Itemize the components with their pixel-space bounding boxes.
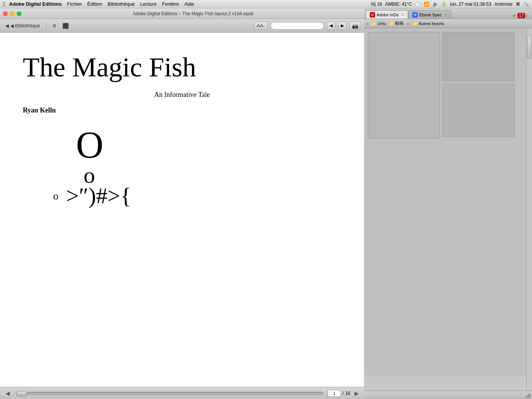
bottom-prev-icon: ◀ — [6, 390, 10, 396]
bookmark-folder-icon: 📁 — [412, 21, 418, 26]
book-page: The Magic Fish An Informative Tale Ryan … — [0, 33, 364, 387]
camera-icon: 📷 — [352, 23, 358, 29]
prev-page-button[interactable]: ◀ — [327, 22, 335, 30]
book-subtitle: An Informative Tale — [23, 91, 341, 99]
bookmarks-chevron: » — [366, 21, 369, 26]
menubar-right: N| 16 AMBIE: 41°C 🕐 📶 🔊 🔋 lun. 27 mai 01… — [371, 2, 529, 7]
browser-panel: Ai Adobe InDe × W Ebook Spec × ★ 17 ≡ » … — [364, 8, 532, 399]
page-number-input[interactable] — [328, 390, 341, 397]
menu-app-name[interactable]: Adobe Digital Editions — [9, 1, 62, 7]
bookmark-univ[interactable]: 📁 Univ. — [371, 21, 386, 26]
menu-icon[interactable]: ≡ — [526, 13, 529, 19]
browser-scrollbar[interactable] — [526, 28, 532, 391]
browser-toolbar-icons: ★ 17 ≡ — [512, 13, 530, 19]
book-author: Ryan Kelln — [23, 106, 341, 114]
fish-row: o >″)#>{ — [53, 183, 341, 209]
main-layout: Adobe Digital Editions – The Magic Fish … — [0, 8, 532, 399]
page-indicator: / 16 — [328, 390, 350, 397]
bookmark-video[interactable]: 📁 動画 — [389, 21, 404, 26]
star-icon[interactable]: ★ — [512, 13, 517, 19]
browser-tab-ebook[interactable]: W Ebook Spec × — [408, 10, 451, 19]
back-to-library-button[interactable]: ◀ ◀ Bibliothèque — [4, 22, 41, 29]
temperature: AMBIE: 41°C — [385, 2, 412, 7]
menu-fichier[interactable]: Fichier — [67, 1, 82, 7]
bottom-next-icon: ▶ — [355, 390, 359, 396]
bottom-next-button[interactable]: ▶ — [353, 390, 360, 397]
wifi-signal: N| 16 — [371, 2, 382, 7]
thumb-col-left — [368, 32, 440, 372]
scrollbar-thumb[interactable] — [527, 36, 532, 59]
bookmark-univ-label: Univ. — [377, 21, 386, 26]
tab-ebook-close[interactable]: × — [445, 13, 447, 17]
thumbnail-3 — [442, 84, 515, 137]
minimize-button[interactable] — [10, 11, 14, 16]
thumbnail-area — [364, 28, 532, 375]
page-separator: / — [342, 391, 344, 396]
progress-track[interactable] — [16, 392, 323, 395]
browser-content — [364, 28, 532, 391]
title-bar: Adobe Digital Editions – The Magic Fish … — [0, 8, 364, 19]
menu-bibliotheque[interactable]: Bibliothèque — [108, 1, 135, 7]
wifi-icon: 📶 — [424, 2, 429, 7]
prev-arrow-icon: ◀ — [329, 23, 332, 28]
toolbar: ◀ ◀ Bibliothèque ≡ ⬛ AA- ◀ ▶ 📷 — [0, 19, 364, 33]
browser-tabs: Ai Adobe InDe × W Ebook Spec × ★ 17 ≡ — [364, 8, 532, 19]
folder-icon: 📁 — [371, 21, 376, 26]
list-icon: ≡ — [52, 22, 56, 29]
bookmark-autres-label: Autres favoris — [419, 21, 444, 26]
maximize-button[interactable] — [17, 11, 21, 16]
grid-view-button[interactable]: ⬛ — [61, 22, 70, 30]
thumb-col-right — [442, 32, 515, 372]
tab-indesign-close[interactable]: × — [402, 13, 404, 17]
traffic-lights — [3, 11, 21, 16]
back-arrow-icon: ◀ — [5, 23, 9, 28]
volume-icon: 🔊 — [432, 2, 438, 7]
list-view-button[interactable]: ≡ — [51, 22, 57, 30]
bluetooth-icon: ⌘ — [516, 2, 520, 7]
battery-icon: 🔋 — [441, 2, 447, 7]
bottom-navigation-bar: ◀ / 16 ▶ — [0, 387, 364, 399]
close-button[interactable] — [3, 11, 8, 16]
username: Ambrose — [494, 2, 513, 7]
indesign-tab-icon: Ai — [370, 12, 375, 17]
bookmark-video-icon: 📁 — [389, 21, 394, 26]
browser-tab-ebook-label: Ebook Spec — [419, 13, 442, 17]
ade-window: Adobe Digital Editions – The Magic Fish … — [0, 8, 364, 399]
next-page-button[interactable]: ▶ — [338, 22, 347, 30]
search-icon[interactable]: 🔍 — [523, 2, 529, 7]
next-arrow-icon: ▶ — [341, 23, 344, 28]
back-label: ◀ Bibliothèque — [10, 23, 40, 28]
thumbnail-2 — [442, 32, 515, 81]
menu-fenetre[interactable]: Fenêtre — [162, 1, 179, 7]
reload-badge: 17 — [518, 13, 525, 18]
browser-tab-indesign-label: Adobe InDe — [377, 13, 399, 17]
bookmarks-more[interactable]: » — [406, 21, 410, 26]
progress-thumb[interactable] — [16, 391, 27, 396]
menu-aide[interactable]: Aide — [184, 1, 194, 7]
menu-lecture[interactable]: Lecture — [140, 1, 157, 7]
page-total: 16 — [345, 391, 350, 396]
bottom-prev-button[interactable]: ◀ — [4, 390, 11, 397]
apple-menu[interactable]:  — [3, 1, 5, 8]
resize-handle[interactable] — [525, 393, 530, 398]
fish-small-o: o — [53, 190, 59, 202]
browser-tab-indesign[interactable]: Ai Adobe InDe × — [366, 10, 408, 19]
browser-status-bar — [364, 391, 532, 399]
bookmark-autres-favoris[interactable]: 📁 Autres favoris — [412, 21, 444, 26]
fish-large-O: O — [76, 126, 341, 164]
screenshot-button[interactable]: 📷 — [350, 22, 360, 30]
font-label: AA- — [256, 23, 265, 28]
ebook-tab-icon: W — [412, 12, 418, 17]
toolbar-separator — [46, 22, 46, 30]
font-size-button[interactable]: AA- — [254, 22, 268, 30]
menu-bar:  Adobe Digital Editions Fichier Édition… — [0, 0, 532, 8]
bookmarks-bar: » 📁 Univ. 📁 動画 » 📁 Autres favoris — [364, 19, 532, 28]
bookmark-video-label: 動画 — [395, 21, 404, 26]
grid-icon: ⬛ — [62, 23, 69, 29]
book-title: The Magic Fish — [23, 52, 341, 83]
menu-edition[interactable]: Édition — [87, 1, 103, 7]
book-content-area: The Magic Fish An Informative Tale Ryan … — [0, 33, 364, 399]
window-title: Adobe Digital Editions – The Magic Fish … — [25, 11, 361, 16]
search-input[interactable] — [271, 22, 324, 30]
datetime: lun. 27 mai 01:36:53 — [450, 2, 491, 7]
